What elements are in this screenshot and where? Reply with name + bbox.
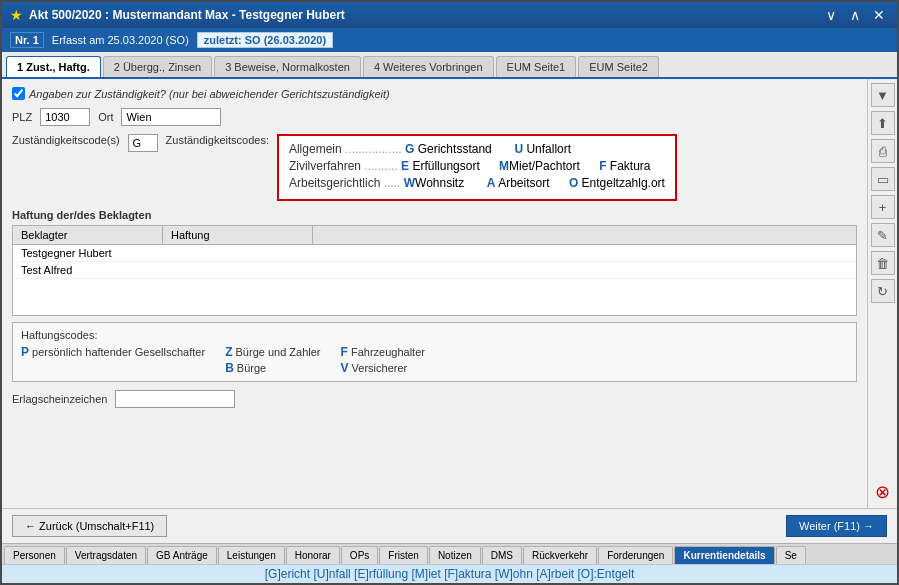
- popup-row-1: Allgemein ................. G Gerichtsst…: [289, 142, 665, 156]
- bottom-tab-gb-antraege[interactable]: GB Anträge: [147, 546, 217, 564]
- title-bar-left: ★ Akt 500/2020 : Mustermandant Max - Tes…: [10, 7, 345, 23]
- share-button[interactable]: ⬆: [871, 111, 895, 135]
- next-button[interactable]: Weiter (F11) →: [786, 515, 887, 537]
- bottom-tab-notizen[interactable]: Notizen: [429, 546, 481, 564]
- popup-miet: MMiet/Pachtort: [496, 159, 580, 173]
- popup-allgemein: Allgemein ................. G Gerichtsst…: [289, 142, 492, 156]
- haftungcodes-col3: F Fahrzeughalter V Versicherer: [341, 345, 425, 375]
- bottom-tab-ops[interactable]: OPs: [341, 546, 378, 564]
- popup-row-2: Zivilverfahren .......... E Erfüllungsor…: [289, 159, 665, 173]
- tab-zust-haftg[interactable]: 1 Zust., Haftg.: [6, 56, 101, 77]
- haftung-table: Beklagter Haftung Testgegner Hubert Test…: [12, 225, 857, 316]
- plz-input[interactable]: [40, 108, 90, 126]
- document-button[interactable]: ▭: [871, 167, 895, 191]
- add-button[interactable]: +: [871, 195, 895, 219]
- record-number: Nr. 1: [10, 32, 44, 48]
- ort-label: Ort: [98, 111, 113, 123]
- erlag-input[interactable]: [115, 390, 235, 408]
- checkbox-row: Angaben zur Zuständigkeit? (nur bei abwe…: [12, 87, 857, 100]
- popup-box: Allgemein ................. G Gerichtsst…: [277, 134, 677, 201]
- info-bar: Nr. 1 Erfasst am 25.03.2020 (SO) zuletzt…: [2, 28, 897, 52]
- bottom-tab-dms[interactable]: DMS: [482, 546, 522, 564]
- haftungcodes-col1: P persönlich haftender Gesellschafter: [21, 345, 205, 375]
- print-button[interactable]: ⎙: [871, 139, 895, 163]
- tab-eum1[interactable]: EUM Seite1: [496, 56, 577, 77]
- refresh-button[interactable]: ↻: [871, 279, 895, 303]
- title-bar: ★ Akt 500/2020 : Mustermandant Max - Tes…: [2, 2, 897, 28]
- bottom-tab-rueckverkehr[interactable]: Rückverkehr: [523, 546, 597, 564]
- maximize-button[interactable]: ∧: [845, 6, 865, 24]
- table-row: Testgegner Hubert: [13, 245, 856, 262]
- star-icon: ★: [10, 7, 23, 23]
- bottom-tab-fristen[interactable]: Fristen: [379, 546, 428, 564]
- edit-button[interactable]: ✎: [871, 223, 895, 247]
- main-content: Angaben zur Zuständigkeit? (nur bei abwe…: [2, 79, 897, 508]
- delete-button[interactable]: 🗑: [871, 251, 895, 275]
- bottom-tab-se[interactable]: Se: [776, 546, 806, 564]
- created-date: Erfasst am 25.03.2020 (SO): [52, 34, 189, 46]
- cell-beklagter-1: Testgegner Hubert: [13, 245, 163, 261]
- bottom-tab-leistungen[interactable]: Leistungen: [218, 546, 285, 564]
- table-row: Test Alfred: [13, 262, 856, 279]
- zustaendigkeitscode-input[interactable]: [128, 134, 158, 152]
- erlag-row: Erlagscheinzeichen: [12, 390, 857, 408]
- popup-entgelt: O Entgeltzahlg.ort: [566, 176, 665, 190]
- status-text: [G]ericht [U]nfall [E]rfüllung [M]iet [F…: [265, 567, 634, 581]
- tab-beweise[interactable]: 3 Beweise, Normalkosten: [214, 56, 361, 77]
- right-sidebar: ▼ ⬆ ⎙ ▭ + ✎ 🗑 ↻ ⊗: [867, 79, 897, 508]
- bottom-nav: ← Zurück (Umschalt+F11) Weiter (F11) →: [2, 508, 897, 543]
- haftung-table-body: Testgegner Hubert Test Alfred: [13, 245, 856, 315]
- haftungscodes-section: Haftungscodes: P persönlich haftender Ge…: [12, 322, 857, 382]
- code-b: B Bürge: [225, 361, 320, 375]
- checkbox-label: Angaben zur Zuständigkeit? (nur bei abwe…: [29, 88, 390, 100]
- main-window: ★ Akt 500/2020 : Mustermandant Max - Tes…: [0, 0, 899, 585]
- haftung-section: Haftung der/des Beklagten Beklagter Haft…: [12, 209, 857, 316]
- bottom-tabs: Personen Vertragsdaten GB Anträge Leistu…: [2, 543, 897, 564]
- code-f: F Fahrzeughalter: [341, 345, 425, 359]
- haftungscodes-grid: P persönlich haftender Gesellschafter Z …: [21, 345, 848, 375]
- popup-zivilverfahren: Zivilverfahren .......... E Erfüllungsor…: [289, 159, 480, 173]
- zustaendigkeitscodes-label: Zuständigkeitscodes:: [166, 134, 269, 146]
- cell-haftung-2: [163, 262, 313, 278]
- bottom-tab-forderungen[interactable]: Forderungen: [598, 546, 673, 564]
- cell-haftung-1: [163, 245, 313, 261]
- minimize-button[interactable]: ∨: [821, 6, 841, 24]
- cancel-button[interactable]: ⊗: [871, 480, 895, 504]
- back-button[interactable]: ← Zurück (Umschalt+F11): [12, 515, 167, 537]
- title-controls: ∨ ∧ ✕: [821, 6, 889, 24]
- cell-beklagter-2: Test Alfred: [13, 262, 163, 278]
- form-area: Angaben zur Zuständigkeit? (nur bei abwe…: [2, 79, 867, 508]
- zustaendigkeitscode-label: Zuständigkeitscode(s): [12, 134, 120, 146]
- bottom-tab-kurrentiendetails[interactable]: Kurrentiendetails: [674, 546, 774, 564]
- bottom-tab-vertragsdaten[interactable]: Vertragsdaten: [66, 546, 146, 564]
- tab-eum2[interactable]: EUM Seite2: [578, 56, 659, 77]
- close-button[interactable]: ✕: [869, 6, 889, 24]
- code-z: Z Bürge und Zahler: [225, 345, 320, 359]
- plz-label: PLZ: [12, 111, 32, 123]
- code-p: P persönlich haftender Gesellschafter: [21, 345, 205, 359]
- code-v: V Versicherer: [341, 361, 425, 375]
- code-row: Zuständigkeitscode(s) Zuständigkeitscode…: [12, 134, 857, 201]
- popup-faktura: F Faktura: [596, 159, 651, 173]
- main-tabs: 1 Zust., Haftg. 2 Übergg., Zinsen 3 Bewe…: [2, 52, 897, 79]
- haftungscodes-title: Haftungscodes:: [21, 329, 848, 341]
- haftungcodes-col2: Z Bürge und Zahler B Bürge: [225, 345, 320, 375]
- haftung-section-label: Haftung der/des Beklagten: [12, 209, 857, 221]
- zustaendigkeit-checkbox[interactable]: [12, 87, 25, 100]
- bottom-tab-personen[interactable]: Personen: [4, 546, 65, 564]
- tab-uebergg-zinsen[interactable]: 2 Übergg., Zinsen: [103, 56, 212, 77]
- tab-weiteres[interactable]: 4 Weiteres Vorbringen: [363, 56, 494, 77]
- col-beklagter: Beklagter: [13, 226, 163, 244]
- popup-row-3: Arbeitsgerichtlich ..... WWohnsitz A Arb…: [289, 176, 665, 190]
- popup-unfallort: U Unfallort: [508, 142, 571, 156]
- window-title: Akt 500/2020 : Mustermandant Max - Testg…: [29, 8, 345, 22]
- last-date: zuletzt: SO (26.03.2020): [197, 32, 333, 48]
- bottom-tab-honorar[interactable]: Honorar: [286, 546, 340, 564]
- erlag-label: Erlagscheinzeichen: [12, 393, 107, 405]
- status-bar: [G]ericht [U]nfall [E]rfüllung [M]iet [F…: [2, 564, 897, 583]
- col-haftung: Haftung: [163, 226, 313, 244]
- filter-button[interactable]: ▼: [871, 83, 895, 107]
- ort-input[interactable]: [121, 108, 221, 126]
- plz-row: PLZ Ort: [12, 108, 857, 126]
- popup-arbeitsgerichtlich: Arbeitsgerichtlich ..... WWohnsitz: [289, 176, 464, 190]
